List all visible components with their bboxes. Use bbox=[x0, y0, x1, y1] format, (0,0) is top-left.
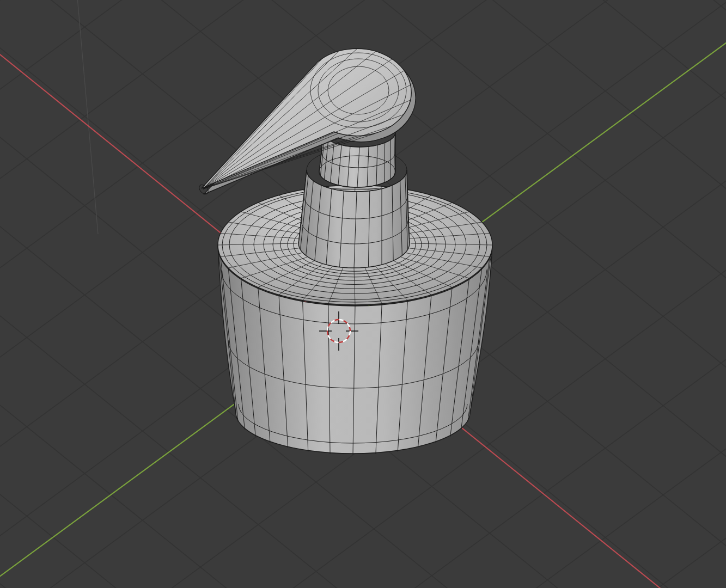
wire-edge bbox=[391, 140, 391, 180]
blender-3d-viewport[interactable] bbox=[0, 0, 726, 588]
viewport-3d-canvas[interactable] bbox=[0, 0, 726, 588]
